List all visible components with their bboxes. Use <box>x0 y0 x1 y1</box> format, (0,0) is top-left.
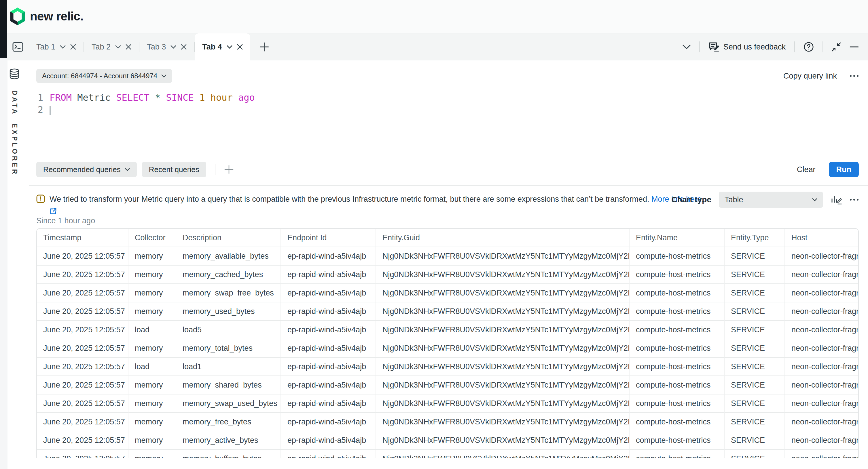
table-cell: memory_used_bytes <box>176 302 281 321</box>
table-cell: compute-host-metrics <box>629 376 724 395</box>
tab-4-active[interactable]: Tab 4 <box>195 33 250 60</box>
table-cell: ep-rapid-wind-a5iv4ajb <box>281 358 376 376</box>
close-icon[interactable] <box>126 44 131 50</box>
results-table: TimestampCollectorDescriptionEndpoint Id… <box>37 229 858 458</box>
table-cell: neon-collector-fragrant-dust-3 <box>785 266 858 284</box>
collapse-icon[interactable] <box>832 42 841 52</box>
tab-2[interactable]: Tab 2 <box>84 33 139 60</box>
editor-code[interactable]: FROM Metric SELECT * SINCE 1 hour ago <box>50 92 255 116</box>
chevron-down-icon[interactable] <box>170 45 176 48</box>
table-cell: memory_free_bytes <box>176 413 281 431</box>
table-cell: neon-collector-fragrant-dust-3 <box>785 302 858 321</box>
table-cell: SERVICE <box>724 339 785 358</box>
column-header-endpoint-id[interactable]: Endpoint Id <box>281 229 376 247</box>
query-token <box>194 92 199 103</box>
chart-type-label: Chart type <box>672 195 711 204</box>
add-query-icon[interactable] <box>224 165 234 174</box>
table-row: June 20, 2025 12:05:57memorymemory_buffe… <box>37 450 858 458</box>
tab-overflow-chevron-icon[interactable] <box>683 44 691 49</box>
query-actions-right: Clear Run <box>794 162 859 177</box>
column-header-description[interactable]: Description <box>176 229 281 247</box>
query-line-2[interactable] <box>50 104 255 116</box>
column-header-timestamp[interactable]: Timestamp <box>37 229 128 247</box>
account-picker[interactable]: Account: 6844974 - Account 6844974 <box>36 69 172 83</box>
table-cell: ep-rapid-wind-a5iv4ajb <box>281 321 376 339</box>
table-cell: ep-rapid-wind-a5iv4ajb <box>281 413 376 431</box>
query-panel-top-right: Copy query link <box>783 72 859 80</box>
chevron-down-icon[interactable] <box>60 45 66 48</box>
database-icon[interactable] <box>9 68 20 79</box>
table-cell: ep-rapid-wind-a5iv4ajb <box>281 266 376 284</box>
table-cell: June 20, 2025 12:05:57 <box>37 358 128 376</box>
table-cell: Njg0NDk3NHxFWFR8U0VSVklDRXwtMzY5NTc1MTYy… <box>376 339 629 358</box>
more-options-icon[interactable] <box>849 199 859 201</box>
close-icon[interactable] <box>70 44 76 50</box>
table-cell: compute-host-metrics <box>629 450 724 458</box>
table-cell: June 20, 2025 12:05:57 <box>37 431 128 450</box>
recommended-queries-button[interactable]: Recommended queries <box>36 162 137 177</box>
table-cell: memory <box>128 284 176 302</box>
recent-queries-button[interactable]: Recent queries <box>142 162 206 177</box>
column-header-collector[interactable]: Collector <box>128 229 176 247</box>
minimize-icon[interactable] <box>849 46 859 48</box>
table-cell: load5 <box>176 321 281 339</box>
since-label: Since 1 hour ago <box>36 216 859 225</box>
results-table-container: TimestampCollectorDescriptionEndpoint Id… <box>36 228 859 458</box>
table-cell: ep-rapid-wind-a5iv4ajb <box>281 284 376 302</box>
table-cell: Njg0NDk3NHxFWFR8U0VSVklDRXwtMzY5NTc1MTYy… <box>376 247 629 266</box>
more-options-icon[interactable] <box>849 75 859 77</box>
table-cell: neon-collector-fragrant-dust-3 <box>785 395 858 413</box>
table-cell: neon-collector-fragrant-dust-3 <box>785 339 858 358</box>
tab-label: Tab 3 <box>147 42 166 52</box>
table-cell: memory <box>128 266 176 284</box>
console-icon[interactable] <box>7 33 29 60</box>
table-cell: compute-host-metrics <box>629 358 724 376</box>
table-cell: Njg0NDk3NHxFWFR8U0VSVklDRXwtMzY5NTc1MTYy… <box>376 376 629 395</box>
query-panel-top: Account: 6844974 - Account 6844974 Copy … <box>36 69 859 83</box>
tabbar-right-controls: Send us feedback <box>683 33 868 60</box>
run-button[interactable]: Run <box>829 162 859 177</box>
table-cell: memory <box>128 247 176 266</box>
table-cell: ep-rapid-wind-a5iv4ajb <box>281 395 376 413</box>
query-editor[interactable]: 1 2 FROM Metric SELECT * SINCE 1 hour ag… <box>36 92 859 116</box>
table-cell: SERVICE <box>724 284 785 302</box>
close-icon[interactable] <box>237 44 243 50</box>
column-header-entity-name[interactable]: Entity.Name <box>629 229 724 247</box>
recommended-queries-label: Recommended queries <box>43 165 121 174</box>
copy-query-link-button[interactable]: Copy query link <box>783 72 837 80</box>
table-cell: memory <box>128 302 176 321</box>
table-cell: memory_buffers_bytes <box>176 450 281 458</box>
table-row: June 20, 2025 12:05:57memorymemory_cache… <box>37 266 858 284</box>
column-header-host[interactable]: Host <box>785 229 858 247</box>
table-cell: compute-host-metrics <box>629 266 724 284</box>
query-line-1[interactable]: FROM Metric SELECT * SINCE 1 hour ago <box>50 92 255 104</box>
query-actions-row: Recommended queries Recent queries Clear… <box>36 162 859 177</box>
query-token: SELECT <box>116 92 150 103</box>
column-header-entity-type[interactable]: Entity.Type <box>724 229 785 247</box>
tab-1[interactable]: Tab 1 <box>29 33 84 60</box>
chart-type-select[interactable]: Table <box>719 192 823 208</box>
table-cell: neon-collector-fragrant-dust-3 <box>785 247 858 266</box>
close-icon[interactable] <box>181 44 187 50</box>
clear-button[interactable]: Clear <box>794 165 819 175</box>
table-cell: Njg0NDk3NHxFWFR8U0VSVklDRXwtMzY5NTc1MTYy… <box>376 321 629 339</box>
chevron-down-icon[interactable] <box>227 45 232 48</box>
chevron-down-icon[interactable] <box>115 45 121 48</box>
tab-3[interactable]: Tab 3 <box>140 33 194 60</box>
table-cell: memory_swap_free_bytes <box>176 284 281 302</box>
table-cell: SERVICE <box>724 450 785 458</box>
tab-label: Tab 2 <box>92 42 111 52</box>
table-cell: SERVICE <box>724 376 785 395</box>
column-header-entity-guid[interactable]: Entity.Guid <box>376 229 629 247</box>
table-cell: neon-collector-fragrant-dust-3 <box>785 413 858 431</box>
send-feedback-button[interactable]: Send us feedback <box>709 42 786 52</box>
table-cell: Njg0NDk3NHxFWFR8U0VSVklDRXwtMzY5NTc1MTYy… <box>376 358 629 376</box>
table-cell: Njg0NDk3NHxFWFR8U0VSVklDRXwtMzY5NTc1MTYy… <box>376 302 629 321</box>
table-cell: compute-host-metrics <box>629 339 724 358</box>
add-tab-icon[interactable] <box>259 42 269 52</box>
external-link-icon[interactable] <box>50 207 57 215</box>
app-header: new relic. <box>0 0 868 33</box>
help-icon[interactable] <box>804 42 814 52</box>
chart-edit-icon[interactable] <box>831 194 842 205</box>
table-cell: ep-rapid-wind-a5iv4ajb <box>281 376 376 395</box>
